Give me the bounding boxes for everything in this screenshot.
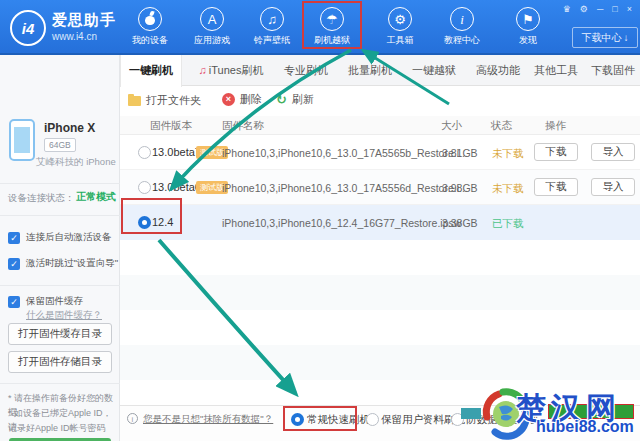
tab-advanced-features[interactable]: 高级功能 — [470, 55, 526, 86]
tab-batch-flash[interactable]: 批量刷机 — [342, 55, 398, 86]
download-icon: ↓ — [624, 32, 629, 43]
tab-download-firmware[interactable]: 下载固件 — [586, 55, 640, 86]
maximize-icon[interactable]: □ — [612, 4, 617, 14]
empty-list-area — [120, 240, 640, 405]
checkbox-keep-firmware-cache[interactable]: ✓ 保留固件缓存 — [8, 295, 83, 308]
refresh-button[interactable]: ↻ 刷新 — [276, 92, 314, 107]
col-size: 大小 — [441, 119, 462, 133]
backup-note-3: 记录好Apple ID帐号密码 — [8, 421, 116, 435]
appstore-icon: A — [200, 7, 224, 31]
status-badge: 未下载 — [492, 147, 524, 161]
tab-pro-flash[interactable]: 专业刷机 — [278, 55, 334, 86]
table-row-selected[interactable]: 12.4 iPhone10,3,iPhone10,6_12.4_16G77_Re… — [120, 205, 640, 240]
firmware-radio[interactable] — [138, 181, 151, 194]
table-row[interactable]: 13.0beta6 测试版 iPhone10,3,iPhone10,6_13.0… — [120, 170, 640, 205]
tab-itunes-flash[interactable]: ♫iTunes刷机 — [190, 55, 272, 86]
toolbox-icon: ⚙ — [388, 7, 412, 31]
erase-all-data-link[interactable]: 您是不是只想"抹除所有数据"？ — [143, 413, 273, 426]
open-folder-button[interactable]: 打开文件夹 — [128, 93, 201, 108]
close-icon[interactable]: × — [627, 4, 632, 14]
checkbox-checked-icon: ✓ — [8, 232, 20, 244]
download-button[interactable]: 下载 — [534, 178, 578, 196]
nav-apps-games[interactable]: A 应用游戏 — [182, 7, 242, 47]
itunes-icon: ♫ — [199, 64, 207, 76]
iphone-icon — [9, 119, 35, 161]
status-badge: 已下载 — [492, 217, 524, 231]
nav-discover[interactable]: ⚑ 发现 — [498, 7, 558, 47]
jailbreak-icon: ☂ — [320, 7, 344, 31]
tab-one-click-flash[interactable]: 一键刷机 — [120, 55, 182, 87]
import-button[interactable]: 导入 — [591, 143, 635, 161]
ringtone-icon: ♫ — [260, 7, 284, 31]
import-button[interactable]: 导入 — [591, 178, 635, 196]
tab-one-click-jailbreak[interactable]: 一键越狱 — [406, 55, 462, 86]
mode-radio-normal-selected[interactable] — [291, 413, 304, 426]
device-capacity-badge: 64GB — [44, 138, 76, 152]
tab-other-tools[interactable]: 其他工具 — [530, 55, 582, 86]
what-is-firmware-cache-link[interactable]: 什么是固件缓存？ — [26, 309, 102, 322]
checkbox-checked-icon: ✓ — [8, 258, 20, 270]
mode-label-anti-recovery[interactable]: 防数据恢复刷机 — [466, 413, 540, 427]
firmware-radio-selected[interactable] — [138, 216, 151, 229]
table-row[interactable]: 13.0beta7 测试版 iPhone10,3,iPhone10,6_13.0… — [120, 135, 640, 170]
brand-name: 爱思助手 — [52, 11, 116, 30]
nav-flash-jailbreak[interactable]: ☂ 刷机越狱 — [302, 7, 362, 47]
col-firmware-name: 固件名称 — [222, 119, 264, 133]
nav-tutorial-center[interactable]: i 教程中心 — [432, 7, 492, 47]
checkbox-checked-icon: ✓ — [8, 296, 20, 308]
open-firmware-cache-dir-button[interactable]: 打开固件缓存目录 — [8, 323, 112, 345]
connection-status-value: 正常模式 — [76, 190, 116, 204]
brand-url: www.i4.cn — [52, 31, 97, 42]
download-button[interactable]: 下载 — [534, 143, 578, 161]
vip-icon[interactable]: ♛ — [563, 4, 571, 14]
col-actions: 操作 — [545, 119, 566, 133]
col-firmware-version: 固件版本 — [150, 119, 192, 133]
firmware-radio[interactable] — [138, 146, 151, 159]
folder-icon — [128, 96, 141, 106]
tutorial-icon: i — [450, 7, 474, 31]
titlebar: i4 爱思助手 www.i4.cn 我的设备 A 应用游戏 ♫ 铃声壁纸 ☂ 刷… — [0, 0, 640, 55]
delete-icon: × — [222, 93, 235, 106]
mode-radio-anti-recovery[interactable] — [451, 413, 464, 426]
minimize-icon[interactable]: ─ — [597, 4, 603, 14]
nav-my-device[interactable]: 我的设备 — [120, 7, 180, 47]
col-status: 状态 — [491, 119, 512, 133]
device-owner: 艾峰科技的 iPhone — [36, 156, 116, 169]
sidebar: iPhone X 64GB 艾峰科技的 iPhone 设备连接状态： 正常模式 … — [0, 55, 120, 441]
app-logo: i4 — [10, 10, 46, 46]
aisi-assistant-window: i4 爱思助手 www.i4.cn 我的设备 A 应用游戏 ♫ 铃声壁纸 ☂ 刷… — [0, 0, 640, 441]
checkbox-skip-setup[interactable]: ✓ 激活时跳过"设置向导" — [8, 257, 118, 270]
refresh-icon: ↻ — [276, 93, 287, 106]
info-icon: i — [127, 413, 138, 424]
mode-label-normal[interactable]: 常规快速刷机 — [307, 413, 370, 427]
mode-radio-keep-data[interactable] — [366, 413, 379, 426]
download-center-button[interactable]: 下载中心 ↓ — [572, 27, 638, 48]
delete-button[interactable]: × 删除 — [222, 92, 262, 107]
discover-icon: ⚑ — [516, 7, 540, 31]
connection-status-label: 设备连接状态： — [8, 192, 75, 205]
window-controls: ♛ ⚙ ─ □ × — [563, 4, 632, 14]
checkbox-auto-activate[interactable]: ✓ 连接后自动激活设备 — [8, 231, 112, 244]
open-firmware-storage-dir-button[interactable]: 打开固件存储目录 — [8, 351, 112, 373]
device-name: iPhone X — [44, 121, 95, 135]
status-badge: 未下载 — [492, 182, 524, 196]
apple-icon — [138, 7, 162, 31]
nav-toolbox[interactable]: ⚙ 工具箱 — [370, 7, 430, 47]
nav-ringtones-wallpapers[interactable]: ♫ 铃声壁纸 — [242, 7, 302, 47]
settings-icon[interactable]: ⚙ — [580, 4, 588, 14]
